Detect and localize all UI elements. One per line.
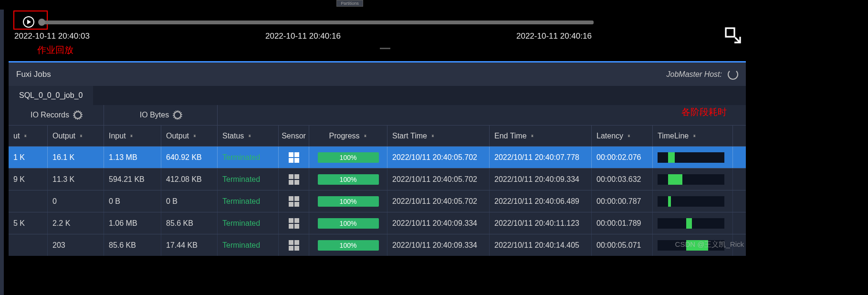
cell-output2: 0 B bbox=[161, 190, 218, 212]
group-io-bytes: IO Bytes bbox=[104, 105, 218, 125]
cell-end: 2022/10/11 20:40:07.778 bbox=[490, 147, 592, 168]
cell-end: 2022/10/11 20:40:11.123 bbox=[490, 212, 592, 234]
timeline-bar bbox=[658, 196, 724, 207]
playback-end-time: 2022-10-11 20:40:16 bbox=[516, 32, 592, 41]
col-input[interactable]: Input bbox=[104, 126, 161, 146]
resize-handle[interactable] bbox=[380, 48, 390, 49]
cell-input: 1.06 MB bbox=[104, 212, 161, 234]
cell-output2: 85.6 KB bbox=[161, 212, 218, 234]
timeline-segment bbox=[668, 196, 671, 207]
col-ut[interactable]: ut bbox=[9, 126, 48, 146]
cell-status: Terminated bbox=[218, 234, 279, 256]
table-row[interactable]: 00 B0 BTerminated100%2022/10/11 20:40:05… bbox=[9, 190, 746, 212]
qr-icon[interactable] bbox=[289, 152, 299, 163]
timeline-annotation: 各阶段耗时 bbox=[681, 106, 727, 118]
cell-progress: 100% bbox=[309, 169, 387, 190]
playback-start-time: 2022-10-11 20:40:03 bbox=[14, 32, 90, 41]
slider-knob[interactable] bbox=[38, 19, 45, 26]
cell-input: 85.6 KB bbox=[104, 234, 161, 256]
col-output-label: Output bbox=[52, 132, 75, 140]
col-timeline[interactable]: TimeLine bbox=[653, 126, 733, 146]
col-status-label: Status bbox=[222, 132, 244, 140]
cell-end: 2022/10/11 20:40:06.489 bbox=[490, 190, 592, 212]
group-io-records: IO Records bbox=[9, 105, 104, 125]
cell-timeline bbox=[653, 169, 733, 190]
group-io-bytes-label: IO Bytes bbox=[140, 111, 169, 119]
gear-icon[interactable] bbox=[174, 111, 181, 119]
top-toolbar: Partitions bbox=[0, 0, 868, 10]
qr-icon[interactable] bbox=[289, 218, 299, 229]
qr-icon[interactable] bbox=[289, 174, 299, 185]
playback-slider[interactable] bbox=[41, 21, 594, 24]
table-row[interactable]: 9 K11.3 K594.21 KB412.08 KBTerminated100… bbox=[9, 168, 746, 190]
progress-bar: 100% bbox=[318, 174, 379, 185]
cell-start: 2022/10/11 20:40:05.702 bbox=[387, 169, 490, 190]
cell-output2: 640.92 KB bbox=[161, 147, 218, 168]
cell-progress: 100% bbox=[309, 234, 387, 256]
cell-progress: 100% bbox=[309, 212, 387, 234]
timeline-segment bbox=[686, 218, 692, 229]
timeline-bar bbox=[658, 218, 724, 229]
play-button[interactable] bbox=[23, 16, 34, 28]
group-header-row: IO Records IO Bytes bbox=[9, 105, 746, 125]
qr-icon[interactable] bbox=[289, 196, 299, 207]
col-output[interactable]: Output bbox=[48, 126, 104, 146]
partitions-button[interactable]: Partitions bbox=[336, 0, 363, 7]
col-ut-label: ut bbox=[13, 132, 20, 140]
cell-timeline bbox=[653, 212, 733, 234]
col-sensor[interactable]: Sensor bbox=[279, 126, 309, 146]
cell-latency: 00:00:00.787 bbox=[592, 190, 653, 212]
watermark: CSDN @王义凯_Rick bbox=[675, 240, 744, 249]
cell-ut: 1 K bbox=[9, 147, 48, 168]
fullscreen-icon[interactable] bbox=[724, 27, 742, 44]
svg-rect-0 bbox=[726, 28, 734, 37]
timeline-bar bbox=[658, 152, 724, 163]
cell-ut: 5 K bbox=[9, 212, 48, 234]
cell-sensor[interactable] bbox=[279, 234, 309, 256]
col-latency[interactable]: Latency bbox=[592, 126, 653, 146]
gear-icon[interactable] bbox=[74, 111, 82, 119]
col-timeline-label: TimeLine bbox=[658, 132, 689, 140]
col-start[interactable]: Start Time bbox=[387, 126, 490, 146]
playback-mid-time: 2022-10-11 20:40:16 bbox=[265, 32, 341, 41]
cell-ut bbox=[9, 234, 48, 256]
col-status[interactable]: Status bbox=[218, 126, 279, 146]
cell-status: Terminated bbox=[218, 169, 279, 190]
cell-timeline bbox=[653, 190, 733, 212]
col-output2[interactable]: Output bbox=[161, 126, 218, 146]
cell-start: 2022/10/11 20:40:05.702 bbox=[387, 147, 490, 168]
cell-status: Terminated bbox=[218, 190, 279, 212]
cell-progress: 100% bbox=[309, 147, 387, 168]
cell-start: 2022/10/11 20:40:09.334 bbox=[387, 212, 490, 234]
progress-bar: 100% bbox=[318, 218, 379, 229]
cell-latency: 00:00:05.071 bbox=[592, 234, 653, 256]
cell-ut: 9 K bbox=[9, 169, 48, 190]
col-input-label: Input bbox=[109, 132, 126, 140]
cell-sensor[interactable] bbox=[279, 190, 309, 212]
cell-input: 1.13 MB bbox=[104, 147, 161, 168]
refresh-icon[interactable] bbox=[728, 69, 738, 80]
column-header-row: ut Output Input Output Status Sensor Pro… bbox=[9, 125, 746, 146]
qr-icon[interactable] bbox=[289, 240, 299, 251]
table-row[interactable]: 1 K16.1 K1.13 MB640.92 KBTerminated100%2… bbox=[9, 146, 746, 168]
col-progress[interactable]: Progress bbox=[309, 126, 387, 146]
cell-end: 2022/10/11 20:40:14.405 bbox=[490, 234, 592, 256]
tab-sql-job[interactable]: SQL_0_0_0_job_0 bbox=[9, 86, 93, 105]
left-rail bbox=[0, 0, 4, 295]
cell-progress: 100% bbox=[309, 190, 387, 212]
col-end[interactable]: End Time bbox=[490, 126, 592, 146]
table-body: 1 K16.1 K1.13 MB640.92 KBTerminated100%2… bbox=[9, 146, 746, 256]
cell-sensor[interactable] bbox=[279, 169, 309, 190]
cell-sensor[interactable] bbox=[279, 212, 309, 234]
table-row[interactable]: 20385.6 KB17.44 KBTerminated100%2022/10/… bbox=[9, 234, 746, 256]
cell-latency: 00:00:03.632 bbox=[592, 169, 653, 190]
col-progress-label: Progress bbox=[329, 132, 360, 140]
cell-input: 594.21 KB bbox=[104, 169, 161, 190]
cell-start: 2022/10/11 20:40:09.334 bbox=[387, 234, 490, 256]
cell-end: 2022/10/11 20:40:09.334 bbox=[490, 169, 592, 190]
panel-header: Fuxi Jobs JobMaster Host: bbox=[9, 61, 746, 86]
table-row[interactable]: 5 K2.2 K1.06 MB85.6 KBTerminated100%2022… bbox=[9, 212, 746, 234]
cell-output: 0 bbox=[48, 190, 104, 212]
timeline-bar bbox=[658, 174, 724, 185]
cell-sensor[interactable] bbox=[279, 147, 309, 168]
